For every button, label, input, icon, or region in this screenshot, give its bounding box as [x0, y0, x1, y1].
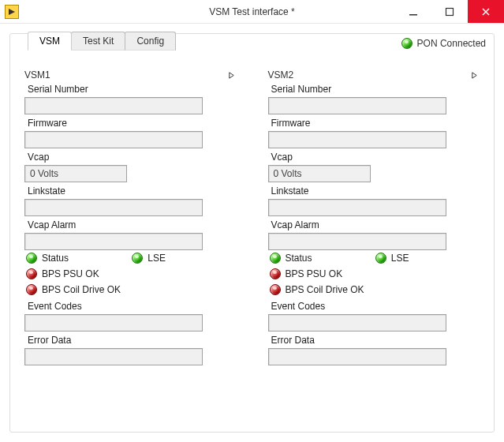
vsm1-bpscoil-led-icon: [26, 284, 37, 295]
right-chevron-icon: [471, 72, 478, 79]
vsm1-serial-label: Serial Number: [24, 82, 91, 96]
vsm2-status-indicator: Status: [268, 250, 374, 266]
vsm1-errordata-label: Error Data: [24, 333, 74, 346]
vsm2-linkstate-label: Linkstate: [268, 184, 312, 197]
app-icon: [5, 5, 19, 19]
window-controls: [395, 0, 504, 23]
panel-vsm1-chevron[interactable]: [228, 72, 235, 79]
vsm1-bpspsu-led-icon: [26, 268, 37, 279]
svg-marker-0: [9, 9, 15, 15]
vsm1-status-indicator: Status: [24, 250, 130, 266]
pon-status-label: PON Connected: [417, 38, 486, 49]
vsm2-errordata-label: Error Data: [268, 333, 318, 346]
titlebar: VSM Test interface *: [0, 0, 504, 24]
vsm2-bpspsu-led-icon: [270, 268, 281, 279]
vsm1-bpspsu-label: BPS PSU OK: [42, 268, 99, 279]
vsm1-firmware-value: [24, 131, 203, 148]
maximize-icon: [445, 7, 454, 17]
svg-rect-1: [409, 14, 417, 16]
vsm2-lse-led-icon: [375, 253, 386, 264]
vsm1-status-label: Status: [42, 253, 69, 264]
panel-vsm2-header: VSM2: [268, 69, 480, 81]
minimize-icon: [409, 7, 418, 17]
tab-vsm[interactable]: VSM: [28, 32, 72, 51]
close-button[interactable]: [468, 0, 504, 23]
vsm1-status-led-icon: [26, 253, 37, 264]
svg-marker-5: [229, 72, 233, 77]
vsm1-eventcodes-label: Event Codes: [24, 299, 85, 313]
vsm2-bpscoil-led-icon: [270, 284, 281, 295]
vsm2-firmware-value: [268, 131, 446, 148]
vsm1-linkstate-value: [24, 199, 203, 216]
vsm1-bpscoil-label: BPS Coil Drive OK: [42, 284, 121, 295]
vsm1-vcap-value: 0 Volts: [24, 165, 127, 182]
svg-marker-6: [472, 72, 476, 77]
vsm1-bpspsu-indicator: BPS PSU OK: [24, 266, 237, 282]
vsm1-lse-label: LSE: [147, 253, 166, 264]
panel-vsm2: VSM2 Serial Number Firmware Vcap 0 Volts…: [268, 69, 480, 365]
vsm2-eventcodes-value: [268, 314, 446, 332]
maximize-button[interactable]: [431, 0, 468, 23]
right-chevron-icon: [228, 72, 235, 79]
vsm2-serial-value: [268, 97, 446, 114]
content-grid: VSM1 Serial Number Firmware Vcap 0 Volts…: [24, 69, 480, 365]
vsm1-errordata-value: [24, 348, 203, 365]
vsm1-vcapalarm-value: [24, 233, 203, 250]
vsm2-status-label: Status: [286, 253, 312, 264]
pon-status: PON Connected: [401, 38, 486, 49]
vsm2-vcap-value: 0 Volts: [268, 165, 371, 182]
vsm2-bpscoil-label: BPS Coil Drive OK: [286, 284, 364, 295]
vsm2-bpspsu-indicator: BPS PSU OK: [268, 266, 480, 282]
vsm2-lse-indicator: LSE: [374, 250, 480, 266]
minimize-button[interactable]: [395, 0, 431, 23]
vsm1-lse-led-icon: [132, 253, 143, 264]
vsm1-vcapalarm-label: Vcap Alarm: [24, 218, 79, 231]
vsm1-linkstate-label: Linkstate: [24, 184, 69, 197]
panel-vsm2-title: VSM2: [268, 69, 294, 81]
vsm1-eventcodes-value: [24, 314, 203, 332]
vsm1-firmware-label: Firmware: [24, 116, 70, 129]
vsm1-bpscoil-indicator: BPS Coil Drive OK: [24, 282, 237, 298]
vsm2-lse-label: LSE: [391, 253, 409, 264]
close-icon: [481, 7, 491, 17]
vsm1-serial-value: [24, 97, 203, 114]
vsm2-vcapalarm-label: Vcap Alarm: [268, 218, 323, 231]
tab-strip: VSM Test Kit Config: [28, 32, 175, 51]
tab-testkit[interactable]: Test Kit: [71, 32, 125, 51]
panel-vsm1-title: VSM1: [24, 69, 50, 81]
vsm2-firmware-label: Firmware: [268, 116, 314, 129]
vsm2-status-led-icon: [270, 253, 281, 264]
svg-rect-2: [446, 8, 454, 15]
pon-led-icon: [401, 38, 413, 49]
panel-vsm1: VSM1 Serial Number Firmware Vcap 0 Volts…: [24, 69, 237, 365]
tab-config[interactable]: Config: [125, 32, 176, 51]
vsm2-linkstate-value: [268, 199, 446, 216]
main-frame: VSM Test Kit Config PON Connected VSM1 S…: [9, 33, 495, 433]
vsm2-vcap-label: Vcap: [268, 150, 296, 163]
tabs-row: VSM Test Kit Config PON Connected: [10, 33, 494, 55]
vsm2-vcapalarm-value: [268, 233, 446, 250]
vsm2-eventcodes-label: Event Codes: [268, 299, 329, 313]
vsm1-vcap-label: Vcap: [24, 150, 52, 163]
vsm1-lse-indicator: LSE: [130, 250, 236, 266]
panel-vsm1-header: VSM1: [24, 69, 237, 81]
panel-vsm2-chevron[interactable]: [471, 72, 478, 79]
vsm2-serial-label: Serial Number: [268, 82, 335, 96]
vsm2-bpspsu-label: BPS PSU OK: [286, 268, 343, 279]
vsm2-errordata-value: [268, 348, 446, 365]
vsm2-bpscoil-indicator: BPS Coil Drive OK: [268, 282, 480, 298]
